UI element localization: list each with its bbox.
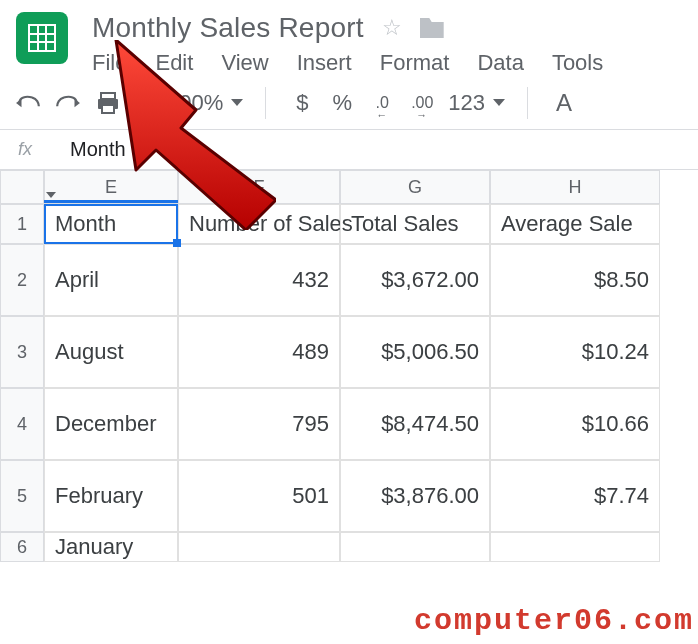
cell-month[interactable]: April bbox=[44, 244, 178, 316]
cell-num[interactable]: 489 bbox=[178, 316, 340, 388]
row-header[interactable]: 3 bbox=[0, 316, 44, 388]
menu-bar: File Edit View Insert Format Data Tools bbox=[92, 50, 603, 76]
star-icon[interactable]: ☆ bbox=[382, 15, 402, 41]
select-all-corner[interactable] bbox=[0, 170, 44, 204]
menu-data[interactable]: Data bbox=[477, 50, 523, 76]
redo-button[interactable] bbox=[54, 87, 82, 119]
app-header: Monthly Sales Report ☆ File Edit View In… bbox=[0, 0, 698, 76]
formula-bar: fx bbox=[0, 130, 698, 170]
column-header-E[interactable]: E bbox=[44, 170, 178, 204]
cell-total[interactable]: $3,672.00 bbox=[340, 244, 490, 316]
cell-total[interactable] bbox=[340, 532, 490, 562]
column-header-F[interactable]: F bbox=[178, 170, 340, 204]
row-header[interactable]: 1 bbox=[0, 204, 44, 244]
increase-decimal-button[interactable]: .00 → bbox=[408, 87, 436, 119]
cell-num[interactable] bbox=[178, 532, 340, 562]
row-header[interactable]: 6 bbox=[0, 532, 44, 562]
cell-avg[interactable]: $8.50 bbox=[490, 244, 660, 316]
watermark: computer06.com bbox=[414, 604, 694, 638]
cell-total[interactable]: $8,474.50 bbox=[340, 388, 490, 460]
cell-num[interactable]: 501 bbox=[178, 460, 340, 532]
print-button[interactable] bbox=[94, 87, 122, 119]
folder-icon[interactable] bbox=[420, 18, 444, 38]
zoom-select[interactable]: 100% bbox=[167, 90, 243, 116]
format-percent-button[interactable]: % bbox=[328, 87, 356, 119]
sheets-logo-grid-icon bbox=[29, 25, 55, 51]
more-formats-button[interactable]: 123 bbox=[448, 90, 505, 116]
title-block: Monthly Sales Report ☆ File Edit View In… bbox=[92, 12, 603, 76]
cell-num[interactable]: 795 bbox=[178, 388, 340, 460]
cell-avg[interactable]: $10.24 bbox=[490, 316, 660, 388]
cell-F1[interactable]: Number of Sales bbox=[178, 204, 340, 244]
spreadsheet-grid[interactable]: E F G H 1 Month Number of Sales Total Sa… bbox=[0, 170, 698, 562]
formula-input[interactable] bbox=[50, 137, 698, 162]
cell-H1[interactable]: Average Sale bbox=[490, 204, 660, 244]
menu-file[interactable]: File bbox=[92, 50, 127, 76]
column-header-G[interactable]: G bbox=[340, 170, 490, 204]
cell-month[interactable]: February bbox=[44, 460, 178, 532]
cell-month[interactable]: January bbox=[44, 532, 178, 562]
svg-rect-0 bbox=[101, 93, 115, 99]
cell-E1[interactable]: Month bbox=[44, 204, 178, 244]
row-header[interactable]: 5 bbox=[0, 460, 44, 532]
font-select[interactable]: A bbox=[550, 87, 578, 119]
cell-num[interactable]: 432 bbox=[178, 244, 340, 316]
menu-edit[interactable]: Edit bbox=[155, 50, 193, 76]
row-header[interactable]: 4 bbox=[0, 388, 44, 460]
cell-G1[interactable]: Total Sales bbox=[340, 204, 490, 244]
sheets-logo[interactable] bbox=[16, 12, 68, 64]
cell-avg[interactable]: $7.74 bbox=[490, 460, 660, 532]
chevron-down-icon bbox=[231, 99, 243, 106]
menu-format[interactable]: Format bbox=[380, 50, 450, 76]
cell-avg[interactable]: $10.66 bbox=[490, 388, 660, 460]
row-header[interactable]: 2 bbox=[0, 244, 44, 316]
svg-rect-2 bbox=[102, 105, 114, 113]
chevron-down-icon bbox=[493, 99, 505, 106]
decrease-decimal-button[interactable]: .0 ← bbox=[368, 87, 396, 119]
cell-total[interactable]: $3,876.00 bbox=[340, 460, 490, 532]
menu-view[interactable]: View bbox=[221, 50, 268, 76]
zoom-value: 100% bbox=[167, 90, 223, 116]
document-title[interactable]: Monthly Sales Report bbox=[92, 12, 364, 44]
cell-month[interactable]: August bbox=[44, 316, 178, 388]
menu-tools[interactable]: Tools bbox=[552, 50, 603, 76]
active-column-indicator bbox=[44, 200, 178, 203]
fx-label: fx bbox=[0, 139, 50, 160]
format-currency-button[interactable]: $ bbox=[288, 87, 316, 119]
toolbar: 100% $ % .0 ← .00 → 123 A bbox=[0, 76, 698, 130]
cell-month[interactable]: December bbox=[44, 388, 178, 460]
cell-total[interactable]: $5,006.50 bbox=[340, 316, 490, 388]
menu-insert[interactable]: Insert bbox=[297, 50, 352, 76]
column-header-H[interactable]: H bbox=[490, 170, 660, 204]
cell-avg[interactable] bbox=[490, 532, 660, 562]
undo-button[interactable] bbox=[14, 87, 42, 119]
